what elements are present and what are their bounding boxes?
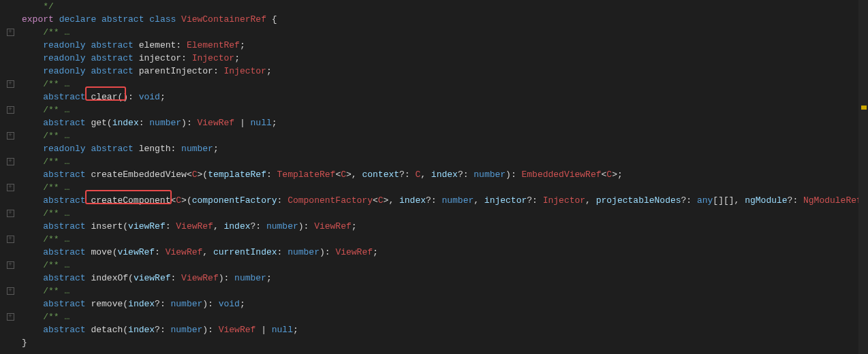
code-line[interactable]: + /** … xyxy=(0,103,868,116)
code-line[interactable]: abstract get(index: number): ViewRef | n… xyxy=(0,116,868,129)
token-keyword: abstract xyxy=(43,247,85,257)
code-content[interactable]: } xyxy=(20,336,27,349)
code-content[interactable]: /** … xyxy=(20,207,69,220)
code-content[interactable]: readonly abstract length: number; xyxy=(20,142,219,155)
code-content[interactable]: abstract detach(index?: number): ViewRef… xyxy=(20,323,298,336)
code-line[interactable]: + /** … xyxy=(0,78,868,91)
token-type: ViewRef xyxy=(176,221,213,231)
fold-plus-icon[interactable]: + xyxy=(7,80,14,88)
code-content[interactable]: /** … xyxy=(20,259,69,272)
code-line[interactable]: + /** … xyxy=(0,310,868,323)
token-class: ViewContainerRef xyxy=(181,14,266,25)
code-line[interactable]: abstract indexOf(viewRef: ViewRef): numb… xyxy=(0,272,868,285)
token-prim: number xyxy=(149,118,181,128)
code-content[interactable]: /** … xyxy=(20,285,69,297)
code-line[interactable]: + /** … xyxy=(0,181,868,194)
token-prim: number xyxy=(171,325,203,335)
token-method: createEmbeddedView xyxy=(91,170,186,180)
code-line[interactable]: + /** … xyxy=(0,155,868,168)
fold-plus-icon[interactable]: + xyxy=(7,287,14,295)
token-generic: C xyxy=(378,195,384,206)
token-param: ngModule xyxy=(745,195,787,206)
code-line[interactable]: abstract createComponent<C>(componentFac… xyxy=(0,194,868,207)
code-content[interactable]: abstract get(index: number): ViewRef | n… xyxy=(20,116,277,129)
token-prim: null xyxy=(272,325,293,335)
code-line[interactable]: */ xyxy=(0,0,868,13)
fold-plus-icon[interactable]: + xyxy=(7,184,14,191)
fold-plus-icon[interactable]: + xyxy=(7,236,14,243)
code-line[interactable]: abstract insert(viewRef: ViewRef, index?… xyxy=(0,220,868,233)
token-punct: | xyxy=(255,325,271,335)
code-content[interactable]: /** … xyxy=(20,233,69,246)
code-content[interactable]: abstract remove(index?: number): void; xyxy=(20,297,245,310)
code-line[interactable]: + /** … xyxy=(0,26,868,39)
token-punct: : xyxy=(213,66,224,76)
code-line[interactable]: abstract remove(index?: number): void; xyxy=(0,297,868,310)
token-param: index xyxy=(431,170,458,180)
token-type: ViewRef xyxy=(166,247,203,257)
code-content[interactable]: export declare abstract class ViewContai… xyxy=(20,13,277,26)
token-punct: : xyxy=(181,53,192,63)
code-content[interactable]: /** … xyxy=(20,181,69,194)
token-punct xyxy=(134,40,139,50)
minimap-marker[interactable] xyxy=(861,106,867,110)
code-content[interactable]: abstract move(viewRef: ViewRef, currentI… xyxy=(20,246,378,259)
token-keyword: abstract xyxy=(91,40,133,50)
code-content[interactable]: /** … xyxy=(20,129,69,142)
code-line[interactable]: } xyxy=(0,336,868,349)
code-content[interactable]: readonly abstract injector: Injector; xyxy=(20,52,240,65)
token-param: index xyxy=(399,195,426,206)
token-punct: : xyxy=(170,273,181,283)
code-line[interactable]: readonly abstract parentInjector: Inject… xyxy=(0,65,868,78)
code-content[interactable]: abstract createComponent<C>(componentFac… xyxy=(20,194,868,207)
token-punct: ( xyxy=(123,325,128,335)
code-content[interactable]: abstract indexOf(viewRef: ViewRef): numb… xyxy=(20,272,272,285)
code-line[interactable]: readonly abstract element: ElementRef; xyxy=(0,39,868,52)
gutter: + xyxy=(0,236,20,243)
token-keyword: class xyxy=(149,14,176,25)
code-line[interactable]: abstract detach(index?: number): ViewRef… xyxy=(0,323,868,336)
code-line[interactable]: readonly abstract length: number; xyxy=(0,142,868,155)
code-content[interactable]: readonly abstract parentInjector: Inject… xyxy=(20,65,272,78)
token-punct: : xyxy=(277,247,288,257)
fold-plus-icon[interactable]: + xyxy=(7,158,14,165)
minimap[interactable] xyxy=(858,0,868,354)
token-punct: ?: xyxy=(788,195,803,206)
token-punct: : xyxy=(277,195,288,206)
code-line[interactable]: abstract clear(): void; xyxy=(0,91,868,103)
code-line[interactable]: export declare abstract class ViewContai… xyxy=(0,13,868,26)
token-punct: ): xyxy=(298,221,314,231)
code-editor[interactable]: */export declare abstract class ViewCont… xyxy=(0,0,868,349)
fold-plus-icon[interactable]: + xyxy=(7,210,14,217)
code-line[interactable]: + /** … xyxy=(0,129,868,142)
fold-plus-icon[interactable]: + xyxy=(7,261,14,269)
code-content[interactable]: */ xyxy=(20,0,54,13)
gutter: + xyxy=(0,158,20,165)
code-content[interactable]: /** … xyxy=(20,310,69,323)
token-param: templateRef xyxy=(208,170,266,180)
token-type: Injector xyxy=(543,195,585,206)
code-content[interactable]: /** … xyxy=(20,78,69,91)
code-line[interactable]: + /** … xyxy=(0,233,868,246)
fold-plus-icon[interactable]: + xyxy=(7,106,14,114)
code-content[interactable]: readonly abstract element: ElementRef; xyxy=(20,39,245,52)
code-line[interactable]: + /** … xyxy=(0,207,868,220)
code-content[interactable]: abstract insert(viewRef: ViewRef, index?… xyxy=(20,220,357,233)
code-line[interactable]: readonly abstract injector: Injector; xyxy=(0,52,868,65)
code-content[interactable]: abstract clear(): void; xyxy=(20,91,166,103)
token-prim: number xyxy=(234,273,266,283)
fold-plus-icon[interactable]: + xyxy=(7,313,14,321)
code-line[interactable]: abstract createEmbeddedView<C>(templateR… xyxy=(0,168,868,181)
token-punct: ( xyxy=(128,273,134,283)
fold-plus-icon[interactable]: + xyxy=(7,132,14,140)
fold-plus-icon[interactable]: + xyxy=(7,29,14,36)
token-generic: C xyxy=(176,195,181,206)
code-line[interactable]: + /** … xyxy=(0,285,868,297)
code-line[interactable]: + /** … xyxy=(0,259,868,272)
code-content[interactable]: /** … xyxy=(20,26,69,39)
code-content[interactable]: /** … xyxy=(20,155,69,168)
token-punct: ): xyxy=(181,118,197,128)
code-content[interactable]: /** … xyxy=(20,103,69,116)
code-content[interactable]: abstract createEmbeddedView<C>(templateR… xyxy=(20,168,623,181)
code-line[interactable]: abstract move(viewRef: ViewRef, currentI… xyxy=(0,246,868,259)
